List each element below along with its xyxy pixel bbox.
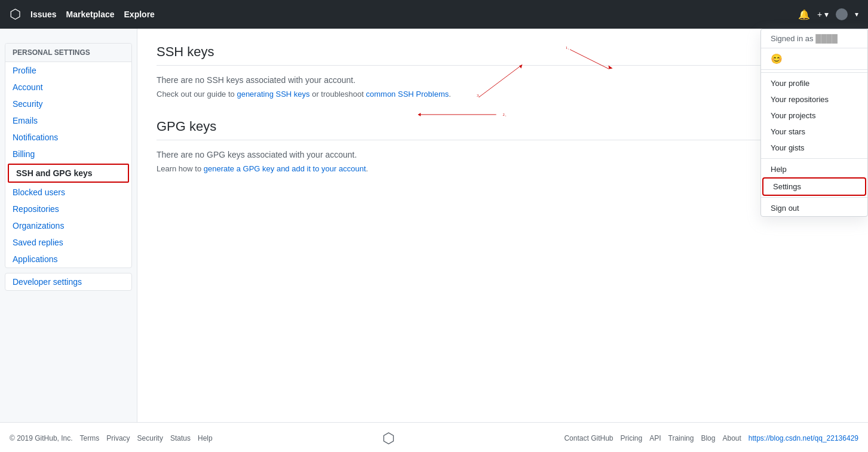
nav-links: Issues Marketplace Explore [30, 10, 798, 19]
dropdown-your-projects[interactable]: Your projects [761, 107, 867, 124]
footer-right: Contact GitHub Pricing API Training Blog… [564, 434, 858, 442]
nav-explore[interactable]: Explore [124, 10, 155, 19]
footer-blog[interactable]: Blog [701, 434, 715, 442]
svg-marker-1 [607, 66, 613, 71]
github-logo[interactable]: ⬡ [10, 7, 21, 22]
gpg-guide-link: Learn how to generate a GPG key and add … [157, 164, 849, 173]
nav-right: 🔔 + ▾ ▾ [798, 8, 858, 20]
sidebar-developer-settings[interactable]: Developer settings [5, 273, 132, 291]
gpg-guide-main-link[interactable]: generate a GPG key and add it to your ac… [204, 164, 366, 173]
dropdown-your-stars[interactable]: Your stars [761, 124, 867, 140]
top-nav: ⬡ Issues Marketplace Explore 🔔 + ▾ ▾ Sig… [0, 0, 868, 29]
personal-settings-title: Personal settings [5, 44, 131, 62]
footer-status[interactable]: Status [170, 434, 191, 442]
gpg-section: GPG keys New GPG key There are no GPG ke… [157, 118, 849, 173]
copyright: © 2019 GitHub, Inc. [10, 434, 73, 442]
sidebar-notifications[interactable]: Notifications [5, 129, 131, 146]
ssh-no-keys-message: There are no SSH keys associated with yo… [157, 75, 849, 85]
smiley-icon: 😊 [771, 53, 783, 64]
nav-marketplace[interactable]: Marketplace [66, 10, 115, 19]
gpg-section-header: GPG keys New GPG key [157, 118, 849, 140]
footer-octocat: ⬡ [382, 430, 395, 447]
set-status-label: Set status [787, 54, 824, 64]
ssh-section-header: SSH keys New SSH key [157, 43, 849, 66]
footer-pricing[interactable]: Pricing [620, 434, 642, 442]
divider-2 [761, 158, 867, 159]
footer-contact-github[interactable]: Contact GitHub [564, 434, 613, 442]
footer-about[interactable]: About [722, 434, 741, 442]
dropdown-sign-out[interactable]: Sign out [761, 200, 867, 216]
user-dropdown: Signed in as ████ 😊 Set status Your prof… [760, 29, 868, 217]
page-layout: Personal settings Profile Account Securi… [0, 29, 868, 422]
generating-ssh-keys-link[interactable]: generating SSH keys [237, 90, 309, 99]
octocat-icon: ⬡ [382, 430, 395, 446]
sidebar-applications[interactable]: Applications [5, 251, 131, 267]
footer-api[interactable]: API [649, 434, 661, 442]
ssh-title: SSH keys [157, 44, 214, 60]
svg-text:2、: 2、 [503, 112, 509, 116]
common-ssh-problems-link[interactable]: common SSH Problems [366, 90, 449, 99]
dropdown-your-repositories[interactable]: Your repositories [761, 91, 867, 107]
footer-help[interactable]: Help [198, 434, 213, 442]
footer-terms[interactable]: Terms [80, 434, 100, 442]
ssh-guide-link: Check out our guide to generating SSH ke… [157, 90, 849, 99]
sidebar: Personal settings Profile Account Securi… [0, 29, 137, 422]
svg-marker-5 [418, 113, 421, 116]
avatar[interactable] [836, 8, 848, 20]
content-area: SSH keys New SSH key There are no SSH ke… [157, 43, 849, 173]
dropdown-help[interactable]: Help [761, 161, 867, 177]
gpg-title: GPG keys [157, 119, 216, 134]
footer-security[interactable]: Security [137, 434, 163, 442]
dropdown-your-gists[interactable]: Your gists [761, 140, 867, 156]
footer-privacy[interactable]: Privacy [106, 434, 130, 442]
nav-issues[interactable]: Issues [30, 10, 57, 19]
sidebar-emails[interactable]: Emails [5, 112, 131, 129]
dropdown-your-profile[interactable]: Your profile [761, 75, 867, 91]
plus-dropdown[interactable]: + ▾ [817, 10, 829, 19]
footer-url: https://blog.csdn.net/qq_22136429 [749, 434, 858, 442]
sidebar-profile[interactable]: Profile [5, 62, 131, 79]
footer: © 2019 GitHub, Inc. Terms Privacy Securi… [0, 422, 868, 452]
signed-in-as: Signed in as ████ [761, 29, 867, 48]
footer-training[interactable]: Training [668, 434, 694, 442]
set-status-row[interactable]: 😊 Set status [761, 48, 867, 70]
sidebar-repositories[interactable]: Repositories [5, 201, 131, 217]
personal-settings-section: Personal settings Profile Account Securi… [5, 43, 132, 268]
bell-icon[interactable]: 🔔 [798, 9, 810, 20]
sidebar-ssh-gpg[interactable]: SSH and GPG keys [8, 164, 129, 183]
caret-icon: ▾ [855, 10, 858, 19]
footer-left: © 2019 GitHub, Inc. Terms Privacy Securi… [10, 434, 213, 442]
divider-1 [761, 72, 867, 73]
divider-3 [761, 197, 867, 198]
main-content: SSH keys New SSH key There are no SSH ke… [137, 29, 868, 422]
dropdown-settings[interactable]: Settings [763, 179, 865, 195]
sidebar-security[interactable]: Security [5, 96, 131, 112]
gpg-no-keys-message: There are no GPG keys associated with yo… [157, 150, 849, 159]
sidebar-blocked-users[interactable]: Blocked users [5, 184, 131, 201]
sidebar-billing[interactable]: Billing [5, 146, 131, 162]
sidebar-saved-replies[interactable]: Saved replies [5, 234, 131, 251]
sidebar-account[interactable]: Account [5, 79, 131, 96]
sidebar-organizations[interactable]: Organizations [5, 217, 131, 234]
